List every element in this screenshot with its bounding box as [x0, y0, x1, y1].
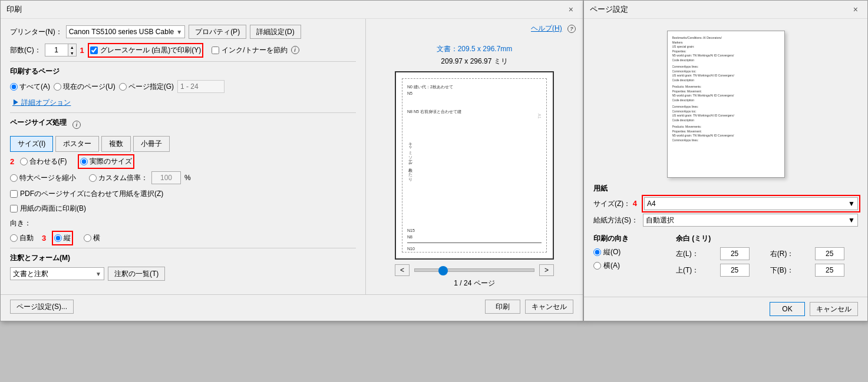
actual-size-option[interactable]: 実際のサイズ: [80, 157, 132, 167]
shrink-large-option[interactable]: 特大ページを縮小: [10, 173, 76, 183]
actual-size-label: 実際のサイズ: [90, 157, 132, 167]
page-range-radio[interactable]: [119, 83, 127, 91]
printer-combo[interactable]: Canon TS5100 series USB Cable ▼: [66, 25, 185, 38]
pdf-pagesize-row: PDFのページサイズに合わせて用紙を選択(Z): [10, 189, 356, 199]
paper-size-arrow: ▼: [848, 200, 855, 208]
print-button[interactable]: 印刷: [485, 300, 520, 314]
print-footer: ページ設定(S)... 印刷 キャンセル: [1, 294, 583, 318]
help-row: ヘルプ(H) ?: [524, 19, 583, 38]
poster-button[interactable]: ポスター: [55, 136, 99, 152]
page-setup-button[interactable]: ページ設定(S)...: [10, 300, 74, 314]
copies-arrows[interactable]: ▲ ▼: [68, 44, 77, 57]
page-slider[interactable]: [414, 268, 534, 272]
print-cancel-button[interactable]: キャンセル: [525, 300, 573, 314]
page-size-mm: 209.97 x 296.97 ミリ: [441, 57, 507, 67]
ink-save-label: インク/トナーを節約: [222, 45, 287, 55]
preview-divider: [407, 243, 542, 243]
printer-row: プリンター(N)： Canon TS5100 series USB Cable …: [10, 25, 356, 39]
badge2: 2: [10, 157, 14, 166]
ps-margin-section: 余白 (ミリ) 左(L)： 右(R)： 上(T)： 下(B)：: [676, 234, 858, 277]
properties-button[interactable]: プロパティ(P): [189, 25, 246, 39]
shrink-radio[interactable]: [10, 174, 18, 182]
auto-radio[interactable]: [10, 234, 18, 242]
auto-orientation[interactable]: 自動: [10, 233, 34, 243]
paper-section: 用紙 サイズ(Z)： 4 A4 ▼ 給紙方法(S)： 自動選択 ▼: [593, 184, 858, 227]
details-option-link[interactable]: ▶ 詳細オプション: [12, 98, 71, 108]
page-setup-close-button[interactable]: ×: [850, 4, 862, 15]
ps-portrait-radio[interactable]: [593, 248, 601, 256]
fit-radio[interactable]: [20, 158, 28, 165]
advanced-button[interactable]: 詳細設定(D): [250, 25, 301, 39]
printer-label: プリンター(N)：: [10, 27, 62, 37]
page-setup-cancel-button[interactable]: キャンセル: [810, 302, 858, 316]
right-margin-input[interactable]: [815, 247, 844, 260]
badge4: 4: [633, 199, 637, 208]
page-size-info-icon[interactable]: i: [72, 121, 81, 129]
copies-up[interactable]: ▲: [68, 44, 76, 50]
copies-label: 部数(C)：: [10, 45, 41, 55]
custom-scale-input[interactable]: [151, 171, 181, 184]
all-pages-option[interactable]: すべて(A): [10, 82, 50, 92]
print-close-button[interactable]: ×: [565, 4, 577, 15]
portrait-orientation[interactable]: 縦: [54, 233, 71, 243]
duplex-label: 用紙の両面に印刷(B): [20, 204, 86, 214]
size-button[interactable]: サイズ(I): [10, 136, 53, 152]
next-page-button[interactable]: >: [539, 264, 554, 276]
portrait-radio[interactable]: [54, 234, 62, 242]
page-range-input[interactable]: [177, 80, 225, 93]
help-info-icon[interactable]: ?: [567, 25, 576, 33]
paper-size-label: サイズ(Z)： 4: [593, 199, 639, 209]
paper-size-combo[interactable]: A4 ▼: [644, 197, 858, 210]
custom-scale-radio[interactable]: [89, 174, 97, 182]
page-setup-footer: OK キャンセル: [584, 297, 867, 321]
fit-option[interactable]: 合わせる(F): [20, 157, 67, 167]
ps-landscape-radio[interactable]: [593, 262, 601, 270]
landscape-radio[interactable]: [84, 234, 91, 242]
current-page-option[interactable]: 現在のページ(U): [54, 82, 115, 92]
preview-content: N0 縫い代：2枚あわせて N5 N8 N5 右前身頃と合わせて縫 キャミソール…: [402, 78, 547, 253]
notes-list-button[interactable]: 注釈の一覧(T): [108, 267, 165, 281]
multiple-button[interactable]: 複数: [101, 136, 131, 152]
size-label-text: サイズ(Z)：: [593, 200, 631, 208]
notes-section-title: 注釈とフォーム(M): [10, 253, 356, 263]
notes-value: 文書と注釈: [13, 269, 48, 279]
grayscale-checkbox[interactable]: グレースケール (白黒)で印刷(Y): [90, 45, 201, 55]
paper-size-row: サイズ(Z)： 4 A4 ▼: [593, 197, 858, 210]
details-options-row: ▶ 詳細オプション: [10, 98, 356, 108]
landscape-orientation[interactable]: 横: [84, 233, 100, 243]
help-link[interactable]: ヘルプ(H): [531, 24, 562, 32]
orientation-row: 向き：: [10, 218, 356, 228]
copies-spinbox[interactable]: 1 ▲ ▼: [45, 44, 77, 57]
bottom-margin-input[interactable]: [815, 264, 844, 277]
copies-down[interactable]: ▼: [68, 50, 76, 56]
paper-feed-combo[interactable]: 自動選択 ▼: [643, 214, 858, 227]
ink-save-info-icon[interactable]: i: [291, 46, 299, 54]
booklet-button[interactable]: 小冊子: [133, 136, 170, 152]
left-margin-input[interactable]: [720, 247, 750, 260]
top-margin-input[interactable]: [720, 264, 750, 277]
actual-size-radio[interactable]: [80, 158, 88, 165]
copies-value[interactable]: 1: [45, 44, 68, 57]
all-pages-radio[interactable]: [10, 83, 18, 91]
ps-landscape-option[interactable]: 横(A): [593, 261, 664, 271]
pdf-pagesize-checkbox[interactable]: PDFのページサイズに合わせて用紙を選択(Z): [10, 189, 163, 199]
duplex-check[interactable]: [10, 205, 18, 212]
ps-portrait-option[interactable]: 縦(O): [593, 247, 664, 257]
page-setup-title-bar: ページ設定 ×: [584, 1, 867, 19]
ink-save-checkbox[interactable]: インク/トナーを節約: [212, 45, 287, 55]
prev-page-button[interactable]: <: [395, 264, 410, 276]
size-options-row: 2 合わせる(F) 実際のサイズ: [10, 157, 356, 167]
page-size-section-title: ページサイズ処理: [10, 118, 67, 128]
grayscale-check-input[interactable]: [90, 46, 98, 54]
page-setup-preview: Bookmarks/Conditions: AI Decorators/ Mar…: [667, 31, 785, 178]
pdf-pagesize-check[interactable]: [10, 190, 18, 198]
page-setup-ok-button[interactable]: OK: [770, 302, 805, 316]
current-page-radio[interactable]: [54, 83, 61, 91]
slider-thumb[interactable]: [438, 266, 448, 275]
page-range-option[interactable]: ページ指定(G): [119, 82, 174, 92]
notes-combo[interactable]: 文書と注釈 ▼: [10, 267, 104, 280]
duplex-checkbox[interactable]: 用紙の両面に印刷(B): [10, 204, 86, 214]
ink-save-check-input[interactable]: [212, 46, 219, 54]
custom-scale-option[interactable]: カスタム倍率：: [89, 173, 148, 183]
print-right-panel: ヘルプ(H) ? 文書：209.5 x 296.7mm 209.97 x 296…: [366, 19, 583, 294]
